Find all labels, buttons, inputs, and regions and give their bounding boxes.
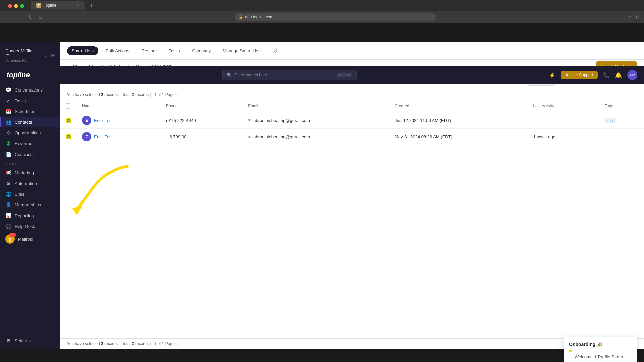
sidebar-item-revenue[interactable]: 💲 Revenue [0, 138, 60, 149]
sidebar-item-contacts[interactable]: 👥 Contacts [0, 117, 60, 127]
selected-count-bottom: 2 [101, 341, 103, 346]
close-button[interactable] [8, 4, 12, 8]
tags-cell-2 [599, 129, 644, 145]
search-placeholder: Quick search here [234, 73, 335, 77]
records-label2: records | [135, 92, 151, 97]
tab-manage-smart-lists[interactable]: Manage Smart Lists [218, 46, 266, 55]
bell-icon[interactable]: 🔔 [615, 72, 622, 78]
sidebar-item-tasks[interactable]: ✓ Tasks [0, 95, 60, 106]
sidebar-item-label: Marketing [15, 170, 34, 175]
user-avatar[interactable]: ER [627, 70, 637, 80]
records-label: records. [104, 92, 119, 97]
sort-icon[interactable]: ↕ [260, 104, 262, 108]
sidebar-item-settings[interactable]: ⚙ Settings [0, 335, 60, 346]
sidebar-item-marketing[interactable]: 📢 Marketing [0, 167, 60, 178]
back-button[interactable]: ← [4, 13, 12, 21]
contracts-icon: 📄 [5, 152, 11, 157]
email-value-1: jabronipiebeating@gmail.com [252, 118, 310, 123]
name-column-header: Name ↕ [76, 100, 161, 112]
settings-icon: ⚙ [5, 338, 11, 343]
total-label: Total [122, 92, 130, 97]
marketing-icon: 📢 [5, 170, 11, 175]
table-row: ✓ E Erick Test ...6 799 00 [60, 129, 644, 145]
contact-avatar-2: E [82, 132, 91, 141]
layout-icon[interactable]: ⊞ [51, 53, 55, 58]
last-activity-column-header: Last Activity ↕ [528, 100, 599, 112]
lightning-button[interactable]: ⚡ [549, 72, 556, 78]
row-checkbox-2[interactable]: ✓ [66, 134, 71, 139]
conversations-icon: 💬 [5, 87, 11, 93]
onboarding-link[interactable]: Welcome & Profile Setup [569, 354, 632, 359]
row-checkbox-1[interactable]: ✓ [66, 118, 71, 123]
contacts-icon: 👥 [5, 119, 11, 125]
email-column-header: Email ↕ [243, 100, 389, 112]
sidebar-item-memberships[interactable]: 👤 Memberships [0, 199, 60, 210]
mailfold-badge: 10 [9, 233, 16, 237]
sidebar-item-mailfold[interactable]: g 10 Mailfold [0, 232, 60, 246]
sort-icon[interactable]: ↕ [94, 104, 96, 108]
sidebar-item-label: Revenue [15, 141, 32, 146]
tab-smart-lists[interactable]: Smart Lists [67, 46, 98, 55]
sort-icon[interactable]: ↕ [411, 104, 413, 108]
address-bar[interactable]: 🔒 app.topline.com [235, 13, 436, 21]
bookmark-icon[interactable]: ☆ [628, 14, 632, 20]
company-name: Dunder Mifflin [D... [5, 48, 41, 58]
home-button[interactable]: ⌂ [37, 13, 43, 21]
extensions-icon[interactable]: ⚙ [636, 14, 640, 20]
sidebar-item-label: Conversations [15, 87, 43, 93]
sort-icon[interactable]: ↕ [556, 104, 558, 108]
sidebar-item-conversations[interactable]: 💬 Conversations [0, 84, 60, 95]
sidebar-item-helpdesk[interactable]: 🎧 Help Desk [0, 221, 60, 232]
contact-avatar-1: E [82, 116, 91, 125]
email-cell-1: ✉ jabronipiebeating@gmail.com [248, 118, 384, 123]
created-cell-1: Jun 12 2024 11:56 AM (EDT) [389, 112, 528, 129]
phone-column-header: Phone ↕ [161, 100, 243, 112]
tab-restore[interactable]: Restore [137, 46, 162, 55]
company-selector[interactable]: Dunder Mifflin [D... Scranton, PA ⌄ ⊞ [0, 45, 60, 66]
minimize-button[interactable] [14, 4, 18, 8]
tab-tasks[interactable]: Tasks [164, 46, 184, 55]
lock-icon: 🔒 [239, 15, 243, 19]
sidebar-item-automation[interactable]: ⚙ Automation [0, 178, 60, 189]
sidebar-item-label: Tasks [15, 98, 26, 103]
email-cell-2: ✉ jabronipiebeating@gmail.com [248, 134, 384, 139]
sidebar-item-sites[interactable]: 🌐 Sites [0, 189, 60, 199]
sites-icon: 🌐 [5, 191, 11, 197]
help-icon[interactable]: ⓘ [272, 47, 277, 54]
selected-count: 2 [101, 92, 103, 97]
contact-name-2[interactable]: Erick Test [94, 134, 113, 139]
chevron-down-icon[interactable]: ⌄ [44, 53, 47, 58]
sidebar: Dunder Mifflin [D... Scranton, PA ⌄ ⊞ Ap… [0, 42, 60, 349]
active-browser-tab[interactable]: T Topline ✕ [31, 1, 85, 10]
sidebar-item-reporting[interactable]: 📊 Reporting [0, 210, 60, 221]
maximize-button[interactable] [20, 4, 24, 8]
tags-column-header: Tags [599, 100, 644, 112]
select-all-checkbox[interactable] [66, 103, 71, 109]
onboarding-progress-dot [569, 350, 572, 352]
search-shortcut: Ctrl + K [337, 73, 352, 77]
revenue-icon: 💲 [5, 141, 11, 146]
tasks-icon: ✓ [5, 98, 11, 103]
sidebar-item-opportunities[interactable]: ◇ Opportunities [0, 127, 60, 138]
sort-icon[interactable]: ↕ [179, 104, 181, 108]
reload-button[interactable]: ↻ [27, 13, 34, 22]
onboarding-panel: Onboarding 🎉 Welcome & Profile Setup [564, 337, 637, 362]
scheduler-icon: 📅 [5, 109, 11, 114]
forward-button[interactable]: → [15, 13, 23, 21]
contact-name-1[interactable]: Erick Test [94, 118, 113, 123]
sidebar-item-label: Mailfold [18, 237, 33, 242]
support-button[interactable]: topline Support [561, 71, 598, 79]
tab-bulk-actions[interactable]: Bulk Actions [101, 46, 134, 55]
tab-close-icon[interactable]: ✕ [76, 4, 79, 7]
toolbar: Smart Lists Bulk Actions Restore Tasks C… [60, 42, 644, 60]
new-tab-button[interactable]: + [87, 2, 96, 8]
sidebar-item-contracts[interactable]: 📄 Contracts [0, 149, 60, 160]
sidebar-item-scheduler[interactable]: 📅 Scheduler [0, 106, 60, 117]
name-cell-1: E Erick Test [82, 116, 155, 125]
tag-1[interactable]: test [605, 118, 616, 123]
phone-icon[interactable]: 📞 [603, 72, 610, 78]
tab-company[interactable]: Company [187, 46, 216, 55]
global-search[interactable]: 🔍 Quick search here Ctrl + K [222, 70, 357, 80]
sidebar-item-label: Help Desk [15, 224, 35, 229]
contacts-table: Name ↕ Phone ↕ Email ↕ [60, 100, 644, 338]
